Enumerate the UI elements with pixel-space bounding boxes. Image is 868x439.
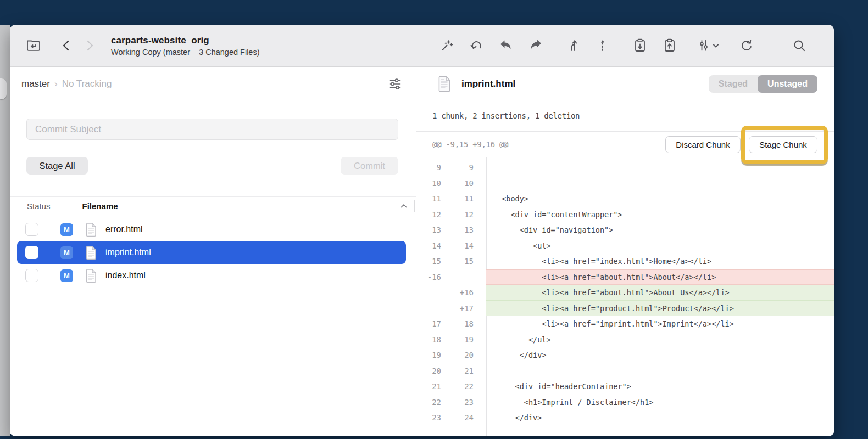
diff-view: 9 9 10 10 11 11 <body> — [416, 157, 834, 436]
diff-line[interactable]: 12 12 <div id="contentWrapper"> — [416, 207, 834, 223]
diff-file-name: imprint.html — [461, 78, 515, 89]
column-divider — [414, 200, 415, 212]
new-line-number: 21 — [453, 363, 486, 379]
commit-subject-input[interactable]: Commit Subject — [26, 119, 398, 140]
old-line-number: 18 — [416, 332, 453, 348]
diff-line[interactable]: 19 20 </div> — [416, 347, 834, 363]
diff-line[interactable]: 10 10 — [416, 176, 834, 192]
old-line-number — [416, 285, 453, 301]
old-line-number: 9 — [416, 160, 453, 176]
diff-line[interactable]: 20 21 — [416, 363, 834, 379]
diff-line[interactable]: 17 18 <li><a href="imprint.html">Imprint… — [416, 316, 834, 332]
new-line-number: 19 — [453, 332, 486, 348]
code-text: </div> — [486, 347, 834, 363]
new-line-number: 13 — [453, 222, 486, 238]
old-line-number: 22 — [416, 395, 453, 410]
diff-line[interactable]: 18 19 </ul> — [416, 332, 834, 348]
git-flow-button[interactable] — [697, 38, 720, 53]
modified-status-badge: M — [60, 246, 73, 259]
new-line-number: 12 — [453, 207, 486, 223]
refresh-icon[interactable] — [736, 37, 757, 54]
repo-icon[interactable] — [24, 37, 43, 54]
document-icon — [437, 75, 452, 93]
new-line-number: 24 — [453, 410, 486, 426]
document-icon — [85, 245, 97, 260]
old-line-number: 11 — [416, 191, 453, 207]
old-line-number: -16 — [416, 269, 453, 285]
sort-ascending-chevron-icon[interactable] — [399, 202, 408, 210]
diff-line[interactable]: 23 24 </div> — [416, 410, 834, 426]
diff-summary: 1 chunk, 2 insertions, 1 deletion — [432, 111, 580, 120]
diff-file-header: imprint.html Staged Unstaged — [416, 67, 834, 100]
diff-line[interactable]: 11 11 <body> — [416, 191, 834, 207]
commit-subject-placeholder: Commit Subject — [35, 124, 101, 135]
filter-sliders-icon[interactable] — [387, 76, 403, 92]
status-column-header[interactable]: Status — [27, 201, 51, 211]
diff-line[interactable]: 22 23 <h1>Imprint / Disclaimer</h1> — [416, 395, 834, 410]
new-line-number: 23 — [453, 395, 486, 410]
new-line-number: +17 — [453, 301, 486, 317]
stage-file-checkbox[interactable] — [25, 269, 38, 282]
desktop-backdrop: carparts-website_orig Working Copy (mast… — [0, 0, 868, 439]
code-text — [486, 176, 834, 192]
background-window-edge — [0, 25, 10, 436]
repository-subtitle: Working Copy (master – 3 Changed Files) — [111, 48, 260, 57]
stage-file-checkbox[interactable] — [25, 223, 38, 236]
rebase-icon[interactable] — [592, 37, 613, 54]
apply-stash-icon[interactable] — [525, 37, 546, 54]
file-row[interactable]: M index.html — [17, 264, 406, 287]
diff-line[interactable]: 15 15 <li><a href="index.html">Home</a><… — [416, 254, 834, 269]
stage-all-button[interactable]: Stage All — [26, 157, 88, 175]
chevron-down-icon — [712, 38, 720, 53]
new-line-number: 22 — [453, 379, 486, 395]
old-line-number: 20 — [416, 363, 453, 379]
new-line-number: 9 — [453, 160, 486, 176]
commit-button[interactable]: Commit — [341, 157, 398, 175]
old-line-number: 19 — [416, 347, 453, 363]
diff-line[interactable]: 9 9 — [416, 160, 834, 176]
unstaged-segment[interactable]: Unstaged — [758, 75, 817, 93]
code-text: <div id="headerContainer"> — [486, 379, 834, 395]
push-icon[interactable] — [659, 37, 680, 54]
code-text: <li><a href="index.html">Home</a></li> — [486, 254, 834, 269]
working-copy-panel: master › No Tracking Commit Subject Stag… — [10, 67, 416, 436]
quick-actions-wand-icon[interactable] — [436, 37, 457, 54]
diff-line[interactable]: 21 22 <div id="headerContainer"> — [416, 379, 834, 395]
back-chevron-icon[interactable] — [57, 37, 76, 54]
modified-status-badge: M — [60, 269, 73, 282]
diff-line[interactable]: 14 14 <ul> — [416, 238, 834, 254]
repository-title: carparts-website_orig — [111, 35, 260, 46]
pull-icon[interactable] — [630, 37, 650, 54]
file-row[interactable]: M error.html — [17, 218, 406, 241]
file-row[interactable]: M imprint.html — [17, 241, 406, 264]
diff-line[interactable]: 13 13 <div id="navigation"> — [416, 222, 834, 238]
modified-status-badge: M — [60, 223, 73, 236]
file-list-header: Status Filename — [10, 196, 416, 215]
old-line-number: 15 — [416, 254, 453, 269]
breadcrumb-tracking[interactable]: No Tracking — [62, 78, 112, 89]
code-text: <body> — [486, 191, 834, 207]
forward-chevron-icon[interactable] — [80, 37, 99, 54]
chunk-header-bar: @@ -9,15 +9,16 @@ Discard Chunk Stage Ch… — [416, 131, 834, 157]
file-name: imprint.html — [105, 247, 151, 257]
toolbar-actions — [436, 37, 810, 54]
discard-chunk-button[interactable]: Discard Chunk — [665, 136, 741, 153]
diff-line[interactable]: +16 <li><a href="about.html">About Us</a… — [416, 285, 834, 301]
diff-line[interactable]: +17 <li><a href="product.html">Product</… — [416, 301, 834, 317]
breadcrumb-chevron-icon: › — [54, 78, 58, 89]
revert-arrow-icon[interactable] — [466, 37, 487, 54]
stash-icon[interactable] — [496, 37, 516, 54]
new-line-number: +16 — [453, 285, 486, 301]
new-line-number: 20 — [453, 347, 486, 363]
stage-chunk-button[interactable]: Stage Chunk — [749, 136, 817, 153]
diff-panel: imprint.html Staged Unstaged 1 chunk, 2 … — [416, 67, 834, 436]
toolbar: carparts-website_orig Working Copy (mast… — [10, 25, 834, 67]
filename-column-header[interactable]: Filename — [82, 201, 118, 211]
breadcrumb-branch[interactable]: master — [21, 78, 50, 89]
code-text: <li><a href="product.html">Product</a></… — [486, 301, 834, 317]
search-icon[interactable] — [789, 37, 810, 54]
staged-segment[interactable]: Staged — [709, 75, 758, 93]
stage-file-checkbox[interactable] — [25, 246, 38, 259]
merge-icon[interactable] — [563, 37, 583, 54]
diff-line[interactable]: -16 <li><a href="about.html">About</a></… — [416, 269, 834, 285]
